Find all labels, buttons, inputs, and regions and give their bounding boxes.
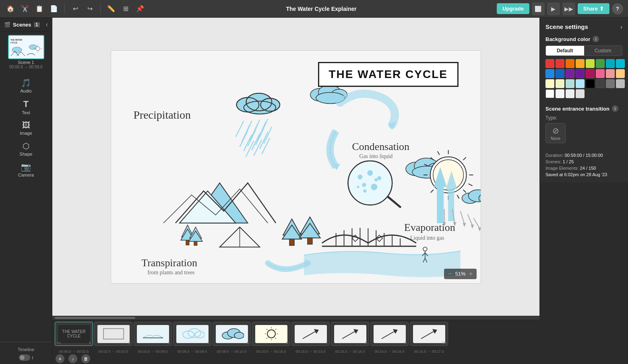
timeline-clip-10[interactable]: 10 [410, 322, 448, 346]
timeline-clip-3[interactable]: 3 [134, 322, 172, 346]
color-off-white1[interactable] [556, 89, 564, 98]
color-lime[interactable] [586, 59, 595, 68]
color-purple1[interactable] [566, 69, 574, 78]
svg-point-49 [371, 183, 377, 190]
redo-icon[interactable]: ↪ [84, 3, 95, 14]
clip4-thumb [176, 325, 209, 343]
svg-text:Gas into liquid: Gas into liquid [359, 153, 392, 159]
color-pink1[interactable] [586, 69, 595, 78]
tool-shape[interactable]: ⬡ Shape [6, 139, 46, 159]
color-purple2[interactable] [576, 69, 585, 78]
preview-icon-btn[interactable]: ⬜ [532, 2, 545, 15]
tool-audio[interactable]: 🎵 Audio [6, 76, 46, 96]
color-blue1[interactable] [545, 69, 554, 78]
color-apricot[interactable] [616, 69, 625, 78]
color-teal[interactable] [606, 59, 615, 68]
clip8-thumb [334, 325, 366, 343]
left-sidebar: 🎬 Scenes 1 ‹ THE WATER CYCLE [0, 18, 52, 364]
scenes-label: Scenes [13, 22, 31, 28]
color-off-white2[interactable] [566, 89, 574, 98]
transition-label: Scene entrance transition i [545, 105, 622, 112]
timeline-clip-5[interactable]: 5 [213, 322, 251, 346]
color-pink2[interactable] [596, 69, 605, 78]
clipboard-icon[interactable]: 📄 [48, 3, 60, 14]
cut-icon[interactable]: ✂️ [19, 3, 31, 14]
color-red1[interactable] [545, 59, 554, 68]
timeline-clip-2[interactable]: 2 [94, 322, 132, 346]
color-mint[interactable] [566, 79, 574, 88]
color-dark-gray[interactable] [596, 79, 605, 88]
time-6: 00:15.0 → 00:15.5 [291, 350, 330, 354]
timeline-time-labels: 00:00.0 → 00:02.5 00:02.5 → 00:03.5 00:0… [52, 350, 539, 354]
tool-camera[interactable]: 📷 Camera [6, 160, 46, 180]
pencil-icon[interactable]: ✏️ [105, 3, 117, 14]
canvas-scrollbar [52, 316, 539, 320]
color-red2[interactable] [556, 59, 564, 68]
scenes-row: Scenes: 1 / 25 [545, 159, 622, 164]
grid-icon[interactable]: ⊞ [120, 3, 131, 14]
color-light-blue[interactable] [576, 79, 585, 88]
image-icon: 🖼 [22, 121, 30, 130]
tool-image[interactable]: 🖼 Image [6, 118, 46, 138]
home-icon[interactable]: 🏠 [5, 3, 16, 14]
svg-point-50 [363, 189, 366, 192]
color-white[interactable] [545, 89, 554, 98]
timeline-clip-1[interactable]: THE WATER CYCLE C1 1 [55, 322, 93, 346]
color-blue2[interactable] [556, 69, 564, 78]
canvas-wrapper[interactable]: THE WATER CYCLE Precipitation [52, 18, 539, 316]
color-light-gray[interactable] [616, 79, 625, 88]
fullplay-icon-btn[interactable]: ▶▶ [562, 2, 575, 15]
scene1-time: 00:00.0 → 00:59.0 [8, 65, 44, 69]
undo-icon[interactable]: ↩ [70, 3, 81, 14]
color-cream[interactable] [545, 79, 554, 88]
panel-expand-icon[interactable]: › [620, 23, 622, 30]
timeline-clip-7[interactable]: 7 [291, 322, 330, 346]
help-button[interactable]: ? [612, 3, 623, 14]
timeline-toggle[interactable] [19, 354, 30, 361]
color-orange[interactable] [566, 59, 574, 68]
share-button[interactable]: Share ⬆ [578, 3, 609, 14]
timeline-clip-8[interactable]: 8 [331, 322, 369, 346]
color-peach[interactable] [606, 69, 615, 78]
transition-none-option[interactable]: ⊘ None [545, 123, 566, 143]
add-audio-button[interactable]: ♪ [68, 354, 77, 363]
upgrade-button[interactable]: Upgrade [497, 3, 529, 14]
clip1-num: 1 [89, 341, 91, 345]
tab-custom[interactable]: Custom [584, 46, 622, 56]
color-gray[interactable] [606, 79, 615, 88]
canvas[interactable]: THE WATER CYCLE Precipitation [111, 50, 481, 284]
color-lime-light[interactable] [556, 79, 564, 88]
svg-line-144 [275, 329, 276, 330]
color-off-white3[interactable] [576, 89, 585, 98]
svg-point-52 [357, 185, 359, 188]
color-cyan[interactable] [616, 59, 625, 68]
time-1: 00:02.5 → 00:03.5 [94, 350, 132, 354]
color-green[interactable] [596, 59, 605, 68]
info-badge: ℹ [32, 356, 33, 360]
color-yellow[interactable] [576, 59, 585, 68]
svg-point-7 [36, 47, 40, 51]
timeline-footer: + ♪ 🗑 [52, 354, 539, 364]
svg-line-150 [382, 331, 396, 339]
copy-icon[interactable]: 📋 [34, 3, 45, 14]
timeline-clip-4[interactable]: 4 [173, 322, 211, 346]
delete-button[interactable]: 🗑 [81, 354, 90, 363]
tool-text[interactable]: T Text [6, 97, 46, 117]
zoom-in-button[interactable]: + [469, 270, 473, 278]
zoom-out-button[interactable]: − [448, 270, 452, 278]
pin-icon[interactable]: 📌 [134, 3, 146, 14]
time-9: 00:16.5 → 00:17.0 [410, 350, 448, 354]
scrollbar-track[interactable] [55, 317, 135, 319]
timeline-clip-9[interactable]: 9 [370, 322, 409, 346]
add-scene-button[interactable]: + [56, 354, 64, 363]
tool-list: 🎵 Audio T Text 🖼 Image ⬡ Shape 📷 Camera [0, 72, 52, 183]
color-black[interactable] [586, 79, 595, 88]
right-info: Duration: 00:59:00 / 15:00:00 Scenes: 1 … [539, 149, 628, 183]
scene1-thumbnail[interactable]: THE WATER CYCLE [8, 35, 44, 69]
timeline-clip-6[interactable]: 6 [252, 322, 290, 346]
divider1 [64, 4, 65, 14]
tab-default[interactable]: Default [546, 46, 584, 56]
collapse-icon[interactable]: ‹ [46, 21, 48, 28]
play-icon-btn[interactable]: ▶ [547, 2, 560, 15]
clip5-thumb [216, 325, 248, 343]
